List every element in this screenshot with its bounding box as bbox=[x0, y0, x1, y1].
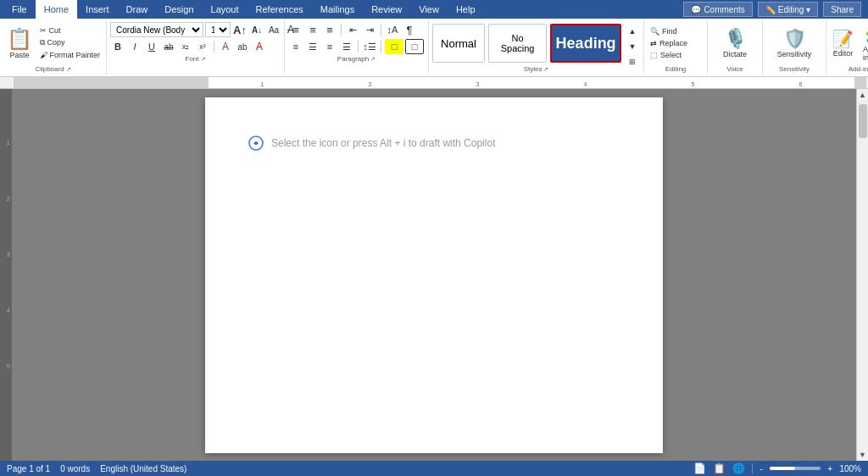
addins-group: 📝 Editor 🧩 Add-ins Add-ins bbox=[826, 20, 868, 75]
addins-button[interactable]: 🧩 Add-ins bbox=[860, 22, 868, 64]
subscript-button[interactable]: x₂ bbox=[178, 39, 193, 54]
style-no-spacing[interactable]: No Spacing bbox=[488, 24, 547, 63]
copy-button[interactable]: ⧉ Copy bbox=[37, 37, 103, 48]
decrease-font-button[interactable]: A↓ bbox=[249, 22, 264, 37]
bold-button[interactable]: B bbox=[110, 39, 125, 54]
increase-font-button[interactable]: A↑ bbox=[232, 22, 248, 37]
ruler: 123456 bbox=[0, 77, 868, 89]
decrease-indent-button[interactable]: ⇤ bbox=[345, 22, 360, 37]
share-button[interactable]: Share bbox=[823, 2, 861, 17]
tab-references[interactable]: References bbox=[248, 0, 312, 19]
tab-draw[interactable]: Draw bbox=[118, 0, 157, 19]
scroll-down-arrow[interactable]: ▼ bbox=[857, 449, 868, 461]
voice-label[interactable]: Voice bbox=[726, 65, 743, 73]
editing-icon: ✏️ bbox=[765, 5, 776, 14]
sensitivity-group-label[interactable]: Sensitivity bbox=[779, 65, 810, 73]
tab-design[interactable]: Design bbox=[156, 0, 202, 19]
style-heading[interactable]: Heading bbox=[550, 24, 621, 63]
dictate-button[interactable]: 🎙️ Dictate bbox=[720, 22, 750, 64]
superscript-button[interactable]: x² bbox=[195, 39, 210, 54]
shading-button[interactable]: □ bbox=[385, 39, 403, 54]
separator5 bbox=[381, 41, 381, 53]
scroll-thumb[interactable] bbox=[859, 104, 867, 138]
align-right-button[interactable]: ≡ bbox=[322, 39, 337, 54]
cut-button[interactable]: ✂ Cut bbox=[37, 25, 103, 36]
numbering-button[interactable]: ≡ bbox=[305, 22, 320, 37]
scrollbar-vertical[interactable]: ▲ ▼ bbox=[856, 89, 868, 461]
view-read-mode[interactable]: 📄 bbox=[693, 462, 706, 474]
align-left-button[interactable]: ≡ bbox=[288, 39, 303, 54]
tab-insert[interactable]: Insert bbox=[77, 0, 118, 19]
tab-view[interactable]: View bbox=[410, 0, 448, 19]
share-label: Share bbox=[831, 5, 854, 14]
view-web-layout[interactable]: 🌐 bbox=[732, 462, 745, 474]
increase-indent-button[interactable]: ⇥ bbox=[362, 22, 377, 37]
separator4 bbox=[358, 41, 359, 53]
sensitivity-button[interactable]: 🛡️ Sensitivity bbox=[774, 22, 815, 64]
paste-button[interactable]: 📋 Paste bbox=[3, 22, 36, 64]
document-area[interactable]: Select the icon or press Alt + i to draf… bbox=[12, 89, 856, 461]
margin-num-5: 5 bbox=[7, 363, 10, 370]
font-label[interactable]: Font ↗ bbox=[110, 55, 281, 63]
tab-help[interactable]: Help bbox=[448, 0, 484, 19]
line-spacing-button[interactable]: ↕☰ bbox=[362, 39, 377, 54]
clipboard-group: 📋 Paste ✂ Cut ⧉ Copy 🖌 Format Painter Cl… bbox=[0, 20, 107, 75]
comments-label: Comments bbox=[704, 5, 744, 14]
styles-label[interactable]: Styles ↗ bbox=[432, 65, 640, 73]
editing-group: 🔍 Find ⇄ Replace ⬚ Select Editing bbox=[644, 20, 708, 75]
sort-button[interactable]: ↕A bbox=[385, 22, 400, 37]
select-button[interactable]: ⬚ Select bbox=[648, 50, 704, 60]
zoom-in-button[interactable]: + bbox=[827, 463, 832, 473]
margin-num-4: 4 bbox=[7, 307, 10, 314]
editing-button[interactable]: ✏️ Editing ▾ bbox=[758, 2, 819, 17]
tab-review[interactable]: Review bbox=[363, 0, 410, 19]
style-normal[interactable]: Normal bbox=[432, 24, 485, 63]
bullets-button[interactable]: ≡ bbox=[288, 22, 303, 37]
styles-group: Normal No Spacing Heading ▲ ▼ ⊞ Styles ↗ bbox=[429, 20, 644, 75]
show-marks-button[interactable]: ¶ bbox=[402, 22, 417, 37]
zoom-slider[interactable] bbox=[770, 467, 821, 470]
borders-button[interactable]: □ bbox=[405, 39, 424, 54]
editor-icon: 📝 bbox=[832, 29, 854, 49]
left-margin: 1 2 3 4 5 bbox=[0, 89, 12, 461]
format-painter-button[interactable]: 🖌 Format Painter bbox=[37, 50, 103, 60]
tab-file[interactable]: File bbox=[3, 0, 36, 19]
document-page[interactable]: Select the icon or press Alt + i to draf… bbox=[205, 97, 663, 453]
style-scroll-down[interactable]: ▼ bbox=[625, 39, 640, 54]
change-case-button[interactable]: Aa bbox=[266, 22, 281, 37]
separator bbox=[214, 41, 214, 53]
tab-mailings[interactable]: Mailings bbox=[312, 0, 363, 19]
align-center-button[interactable]: ☰ bbox=[305, 39, 320, 54]
style-heading-preview: Heading bbox=[556, 35, 616, 53]
paragraph-label[interactable]: Paragraph ↗ bbox=[288, 55, 425, 63]
view-print-layout[interactable]: 📋 bbox=[713, 462, 726, 474]
select-icon: ⬚ bbox=[650, 51, 658, 59]
italic-button[interactable]: I bbox=[127, 39, 142, 54]
sensitivity-group: 🛡️ Sensitivity Sensitivity bbox=[763, 20, 826, 75]
ribbon-right-actions: 💬 Comments ✏️ Editing ▾ Share bbox=[683, 2, 865, 17]
style-scroll-up[interactable]: ▲ bbox=[625, 24, 640, 39]
scroll-up-arrow[interactable]: ▲ bbox=[857, 89, 868, 101]
replace-button[interactable]: ⇄ Replace bbox=[648, 38, 704, 48]
editor-button[interactable]: 📝 Editor bbox=[830, 22, 856, 64]
justify-button[interactable]: ☰ bbox=[339, 39, 354, 54]
underline-button[interactable]: U bbox=[144, 39, 159, 54]
tab-home[interactable]: Home bbox=[36, 0, 77, 19]
text-effects-button[interactable]: A bbox=[218, 39, 233, 54]
sensitivity-label: Sensitivity bbox=[777, 50, 812, 58]
paste-label: Paste bbox=[9, 51, 29, 59]
font-family-select[interactable]: Cordia New (Body C... bbox=[110, 22, 203, 37]
addins-group-label[interactable]: Add-ins bbox=[830, 65, 868, 73]
clipboard-label[interactable]: Clipboard ↗ bbox=[35, 65, 70, 73]
zoom-out-button[interactable]: - bbox=[760, 463, 763, 473]
highlight-button[interactable]: ab bbox=[235, 39, 250, 54]
font-size-select[interactable]: 14 bbox=[205, 22, 231, 37]
editing-label[interactable]: Editing bbox=[648, 65, 704, 73]
comments-button[interactable]: 💬 Comments bbox=[683, 2, 752, 17]
strikethrough-button[interactable]: ab bbox=[161, 39, 176, 54]
editing-label: Editing bbox=[778, 5, 804, 14]
font-color-button[interactable]: A bbox=[252, 39, 267, 54]
multilevel-button[interactable]: ≡ bbox=[322, 22, 337, 37]
tab-layout[interactable]: Layout bbox=[203, 0, 248, 19]
find-button[interactable]: 🔍 Find bbox=[648, 26, 704, 36]
